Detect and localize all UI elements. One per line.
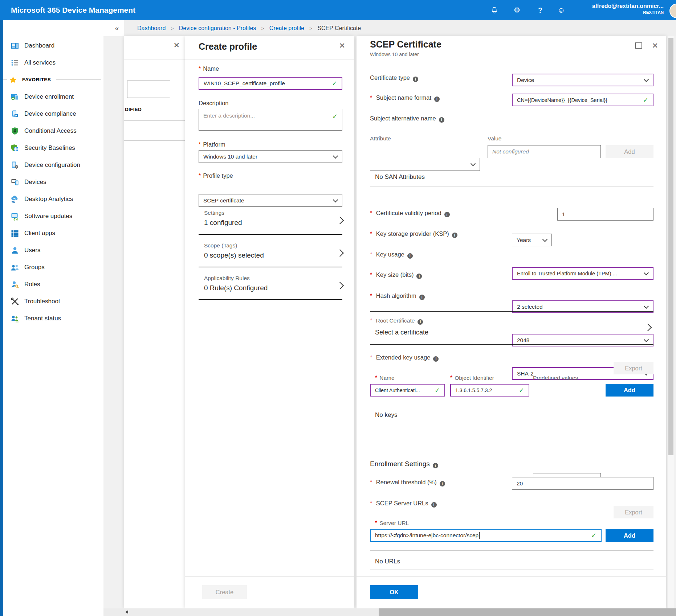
breadcrumb-separator: > [309, 26, 312, 31]
scep-server-urls-label: SCEP Server URLs [370, 500, 437, 508]
san-value-input[interactable]: Not configured [488, 145, 601, 158]
validity-unit-select[interactable]: Years [512, 234, 552, 246]
client-apps-icon [11, 229, 19, 238]
horizontal-scrollbar-thumb[interactable] [379, 608, 676, 616]
sidebar-item-device-configuration[interactable]: Device configuration [3, 156, 103, 173]
notifications-bell-icon[interactable] [489, 5, 500, 15]
sidebar-item-desktop-analytics[interactable]: Desktop Analytics [3, 190, 103, 208]
urls-export-button[interactable]: Export [614, 506, 653, 518]
info-icon[interactable] [418, 319, 423, 325]
info-icon[interactable] [439, 117, 444, 123]
info-icon[interactable] [431, 502, 437, 508]
sidebar-item-dashboard[interactable]: Dashboard [3, 37, 103, 54]
sidebar-item-security-baselines[interactable]: Security Baselines [3, 139, 103, 156]
scep-blade-close-icon[interactable]: ✕ [652, 42, 658, 49]
info-icon[interactable] [440, 481, 445, 486]
eku-name-input[interactable]: Client Authenticati...✓ [370, 384, 445, 397]
sidebar-item-device-compliance[interactable]: Device compliance [3, 105, 103, 122]
profiles-search-input[interactable] [127, 81, 170, 98]
create-profile-close-icon[interactable]: ✕ [339, 42, 345, 49]
sidebar-item-roles[interactable]: Roles [3, 276, 103, 293]
favorites-star-icon [9, 76, 17, 84]
subject-name-format-input[interactable]: CN={{DeviceName}}_{{Device_Serial}}✓ [512, 94, 653, 106]
avatar[interactable] [669, 4, 676, 18]
sidebar: Dashboard All services FAVORITES Device … [3, 20, 103, 616]
vertical-scrollbar[interactable] [667, 36, 674, 608]
server-url-input[interactable]: https://<fqdn>/intune-ejbc-connector/sce… [370, 529, 602, 542]
scep-blade-subtitle: Windows 10 and later [370, 52, 419, 57]
name-input[interactable]: WIN10_SCEP_certificate_profile✓ [199, 77, 342, 90]
horizontal-scrollbar[interactable] [103, 608, 676, 616]
breadcrumb-create-profile[interactable]: Create profile [269, 25, 304, 31]
sidebar-item-groups[interactable]: Groups [3, 259, 103, 276]
chevron-right-icon [336, 282, 344, 289]
groups-icon [11, 263, 19, 272]
sidebar-item-users[interactable]: Users [3, 242, 103, 259]
info-icon[interactable] [434, 96, 440, 102]
devices-icon [11, 178, 19, 186]
certificate-type-select[interactable]: Device [512, 74, 653, 86]
platform-select[interactable]: Windows 10 and later [199, 150, 342, 163]
top-bar: Microsoft 365 Device Management ⚙ ? ☺ al… [0, 0, 676, 20]
name-label: Name [199, 65, 219, 72]
help-icon[interactable]: ? [535, 5, 545, 15]
sidebar-item-devices[interactable]: Devices [3, 173, 103, 190]
root-certificate-label: Root Certificate [370, 317, 423, 325]
security-baselines-icon [11, 144, 19, 152]
chevron-down-icon [333, 153, 338, 158]
scroll-left-arrow-icon[interactable] [125, 610, 128, 614]
subject-alternative-name-label: Subject alternative name [370, 115, 444, 123]
eku-oid-input[interactable]: 1.3.6.1.5.5.7.3.2✓ [450, 384, 529, 397]
feedback-smiley-icon[interactable]: ☺ [556, 5, 566, 15]
info-icon[interactable] [413, 77, 418, 82]
eku-add-button[interactable]: Add [606, 384, 653, 397]
sidebar-item-conditional-access[interactable]: Conditional Access [3, 122, 103, 139]
roles-icon [11, 280, 19, 289]
sidebar-item-tenant-status[interactable]: Tenant status [3, 310, 103, 327]
info-icon[interactable] [444, 212, 450, 217]
profiles-blade-close-icon[interactable]: ✕ [173, 41, 180, 49]
info-icon[interactable] [433, 463, 438, 468]
eku-export-button[interactable]: Export [614, 362, 653, 374]
sidebar-item-client-apps[interactable]: Client apps [3, 225, 103, 242]
info-icon[interactable] [433, 356, 439, 362]
info-icon[interactable] [416, 274, 422, 279]
portal-left-strip [0, 20, 3, 616]
profile-type-select[interactable]: SCEP certificate [199, 194, 342, 207]
create-button[interactable]: Create [202, 585, 247, 599]
conditional-access-icon [11, 127, 19, 135]
sidebar-item-software-updates[interactable]: Software updates [3, 208, 103, 225]
valid-check-icon: ✓ [643, 96, 648, 104]
sidebar-item-all-services[interactable]: All services [3, 54, 103, 71]
sidebar-section-favorites: FAVORITES [3, 71, 103, 88]
chevron-down-icon [542, 237, 547, 242]
vertical-scrollbar-thumb[interactable] [668, 38, 673, 455]
info-icon[interactable] [452, 233, 457, 238]
info-icon[interactable] [419, 295, 425, 300]
breadcrumb-profiles[interactable]: Device configuration - Profiles [179, 25, 256, 31]
maximize-icon[interactable] [635, 42, 642, 49]
scope-tags-label: Scope (Tags) [204, 242, 237, 249]
account-info[interactable]: alfredo@rextitan.onmicr... REXTITAN [592, 3, 664, 15]
app-title: Microsoft 365 Device Management [11, 0, 135, 20]
sidebar-collapse-icon[interactable]: « [111, 20, 123, 36]
attribute-select[interactable] [370, 158, 480, 171]
url-add-button[interactable]: Add [606, 529, 653, 542]
breadcrumb-dashboard[interactable]: Dashboard [137, 25, 166, 31]
info-icon[interactable] [407, 253, 413, 259]
settings-gear-icon[interactable]: ⚙ [512, 5, 522, 15]
san-add-button[interactable]: Add [606, 145, 653, 158]
validity-value-input[interactable]: 1 [557, 208, 653, 221]
sidebar-item-device-enrollment[interactable]: Device enrollment [3, 88, 103, 105]
description-input[interactable]: Enter a description...✓ [199, 109, 342, 131]
sidebar-item-troubleshoot[interactable]: Troubleshoot [3, 293, 103, 310]
ok-button[interactable]: OK [370, 585, 418, 599]
scep-blade-title: SCEP Certificate [370, 39, 441, 50]
platform-label: Platform [199, 141, 225, 148]
valid-check-icon: ✓ [591, 531, 596, 539]
renewal-threshold-input[interactable]: 20 [512, 477, 653, 490]
desktop-analytics-icon [11, 195, 19, 204]
ksp-select[interactable]: Enroll to Trusted Platform Module (TPM) … [512, 267, 653, 280]
ksp-label: Key storage provider (KSP) [370, 230, 457, 238]
breadcrumb: Dashboard > Device configuration - Profi… [137, 20, 361, 37]
